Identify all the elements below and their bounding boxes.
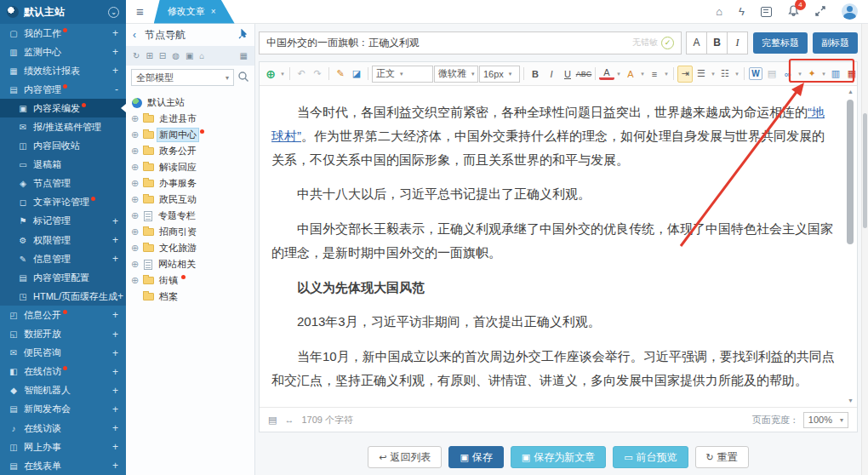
italic-button[interactable]: I — [544, 66, 559, 83]
collapse-all-icon[interactable]: ⊟ — [159, 51, 166, 60]
subtitle-button[interactable]: 副标题 — [813, 32, 858, 54]
tab-edit-article[interactable]: 修改文章 × — [154, 0, 235, 24]
sidebar-item-html-cache[interactable]: ◳HTML/页面缓存生成+ — [0, 287, 126, 306]
page-scrollbar[interactable] — [861, 24, 868, 475]
editor-scrollbar[interactable]: ▲ ▼ — [846, 88, 855, 405]
sidebar-item-comment-management[interactable]: ◻文章评论管理 — [0, 193, 126, 212]
expand-icon[interactable]: ⊕ — [131, 210, 142, 221]
expand-icon[interactable]: ⊕ — [131, 162, 142, 173]
expand-icon[interactable]: ⊕ — [131, 243, 142, 254]
bold-button[interactable]: B — [528, 66, 543, 83]
user-avatar[interactable] — [842, 3, 858, 20]
copy-icon[interactable]: ▣ — [186, 51, 193, 60]
font-color-button[interactable]: A — [599, 68, 614, 80]
sidebar-item-chatbot[interactable]: ◆智能机器人+ — [0, 381, 126, 400]
reset-button[interactable]: ↻重置 — [695, 446, 749, 468]
tree-item[interactable]: ⊕招商引资 — [129, 224, 251, 240]
undo-icon[interactable]: ↶ — [294, 66, 309, 83]
collapse-panel-icon[interactable]: ‹ — [133, 29, 136, 41]
font-family-select[interactable]: 微软雅▾ — [434, 66, 478, 83]
fullscreen-icon[interactable] — [815, 6, 825, 18]
sidebar-item-push-manuscript[interactable]: ✉报/推送稿件管理 — [0, 117, 126, 136]
insert-button[interactable]: ⊕ — [263, 66, 278, 83]
title-bold-button[interactable]: B — [706, 31, 728, 54]
sidebar-item-open-data[interactable]: ◱数据开放+ — [0, 325, 126, 344]
title-italic-button[interactable]: I — [727, 31, 748, 54]
full-title-button[interactable]: 完整标题 — [753, 32, 808, 54]
chevron-down-icon[interactable]: ▾ — [279, 66, 286, 83]
page-scrollbar-thumb[interactable] — [863, 113, 867, 228]
panel-layout-icon[interactable]: ▦ — [240, 51, 248, 60]
tree-item-selected[interactable]: ⊕新闻中心 — [129, 127, 251, 143]
sidebar-item-recycle-bin[interactable]: ◫内容回收站 — [0, 137, 126, 156]
hamburger-icon[interactable]: ≡ — [126, 4, 154, 19]
format-wand-button[interactable]: ✦ — [804, 66, 819, 83]
redo-icon[interactable]: ↷ — [310, 66, 325, 83]
article-title-input[interactable]: 中国外交的一面旗帜：正确义利观 无错敏 ✓ — [259, 31, 682, 54]
element-path-icon[interactable]: ▤ — [268, 415, 277, 426]
expand-icon[interactable]: ⊕ — [131, 113, 142, 124]
bell-icon[interactable]: 4 — [788, 5, 799, 19]
scroll-down-icon[interactable]: ▼ — [846, 397, 855, 405]
tree-item[interactable]: ⊕解读回应 — [129, 159, 251, 175]
sidebar-item-citizen-consult[interactable]: ✉便民咨询+ — [0, 344, 126, 363]
expand-icon[interactable]: ⊕ — [131, 178, 142, 189]
site-switcher[interactable]: 默认主站 ⌄ — [0, 0, 126, 24]
expand-icon[interactable]: ⊕ — [131, 259, 142, 270]
scroll-up-icon[interactable]: ▲ — [846, 88, 855, 96]
expand-icon[interactable]: ⊕ — [131, 275, 142, 286]
tree-item[interactable]: ⊕街镇 — [129, 272, 251, 289]
table-button[interactable]: ▦ — [844, 66, 857, 83]
sidebar-item-permission-management[interactable]: ⚙权限管理+ — [0, 231, 126, 249]
expand-icon[interactable]: ⊕ — [131, 226, 142, 238]
save-as-new-button[interactable]: ▣保存为新文章 — [511, 446, 606, 468]
tree-item[interactable]: ⊕文化旅游 — [129, 240, 251, 256]
font-size-select[interactable]: 16px▾ — [479, 66, 520, 83]
sidebar-item-online-service[interactable]: ◫网上办事+ — [0, 438, 126, 456]
tree-item[interactable]: ⊕政民互动 — [129, 192, 251, 208]
scrollbar-thumb[interactable] — [847, 100, 854, 244]
sidebar-item-info-management[interactable]: ✎信息管理+ — [0, 249, 126, 268]
save-button[interactable]: ▣保存 — [448, 446, 503, 468]
align-button[interactable]: ≡ — [647, 66, 662, 83]
pin-icon[interactable] — [238, 29, 248, 42]
sidebar-item-node-management[interactable]: ◈节点管理 — [0, 175, 126, 193]
refresh-icon[interactable]: ↻ — [133, 51, 140, 60]
clear-format-icon[interactable]: ◪ — [349, 66, 364, 83]
sidebar-item-tag-management[interactable]: ⚑标记管理+ — [0, 212, 126, 231]
flash-icon[interactable]: ϟ — [739, 6, 745, 17]
tree-item[interactable]: ⊕政务公开 — [129, 143, 251, 159]
ordered-list-button[interactable]: ☰ — [694, 66, 709, 83]
sidebar-item-content-editing[interactable]: ▣内容采编发 — [0, 99, 126, 117]
sidebar-item-online-form[interactable]: ▤在线表单+ — [0, 456, 126, 475]
width-icon[interactable]: ↔ — [284, 415, 294, 425]
sidebar-item-online-petition[interactable]: ◧在线信访+ — [0, 363, 126, 381]
expand-icon[interactable]: ⊕ — [131, 129, 142, 140]
editor-content[interactable]: 当今时代，各国利益交织空前紧密，各种全球性问题日益突出，世界越来越成为命运相连的… — [260, 86, 857, 407]
sidebar-item-monitor-center[interactable]: ▥监测中心+ — [0, 43, 126, 61]
tree-item[interactable]: ⊕专题专栏 — [129, 208, 251, 224]
sidebar-item-my-work[interactable]: ▢我的工作+ — [0, 24, 126, 43]
page-width-select[interactable]: 100% ▾ — [803, 412, 848, 428]
chevron-down-icon[interactable]: ⌄ — [108, 7, 119, 18]
model-filter-select[interactable]: 全部模型 ▾ — [131, 69, 234, 86]
tree-item[interactable]: 档案 — [129, 289, 251, 305]
strikethrough-button[interactable]: ABC — [576, 66, 591, 83]
news-icon[interactable] — [761, 7, 772, 17]
sidebar-item-press-conference[interactable]: ▤新闻发布会+ — [0, 400, 126, 419]
tree-item[interactable]: ⊕办事服务 — [129, 175, 251, 192]
tree-item-root[interactable]: 默认主站 — [129, 94, 251, 111]
highlight-color-button[interactable]: A — [623, 66, 638, 83]
tree-item[interactable]: ⊕网站相关 — [129, 256, 251, 272]
globe-icon[interactable]: ◍ — [172, 51, 180, 60]
frontend-preview-button[interactable]: ▭前台预览 — [613, 446, 688, 468]
close-icon[interactable]: × — [211, 7, 216, 16]
sidebar-item-content-management[interactable]: ▤内容管理- — [0, 80, 126, 99]
format-painter-icon[interactable]: ✎ — [333, 66, 348, 83]
word-import-button[interactable]: W — [749, 67, 762, 80]
title-font-color-button[interactable]: A — [686, 31, 707, 54]
unordered-list-button[interactable]: ☷ — [717, 66, 733, 83]
link-button[interactable]: ∞ — [780, 66, 796, 83]
paste-button[interactable]: ▤ — [764, 66, 779, 83]
tree-item[interactable]: ⊕走进县市 — [129, 111, 251, 127]
